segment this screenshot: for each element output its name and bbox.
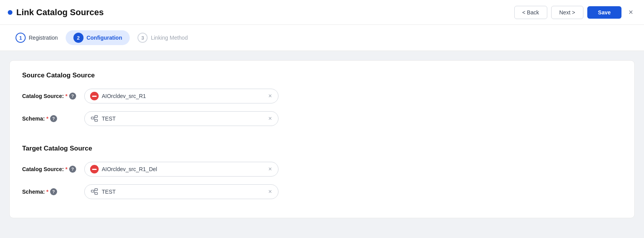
- source-schema-clear-button[interactable]: ×: [268, 115, 273, 122]
- target-schema-input[interactable]: TEST ×: [84, 184, 278, 199]
- step-configuration[interactable]: 2 Configuration: [66, 30, 130, 45]
- step-circle-3: 3: [138, 33, 148, 43]
- target-catalog-oracle-icon: [90, 165, 99, 173]
- svg-rect-0: [91, 117, 94, 119]
- source-catalog-label: Catalog Source: * ?: [22, 93, 84, 100]
- step-label-configuration: Configuration: [87, 35, 122, 41]
- target-catalog-value: AIOrcldev_src_R1_Del: [102, 166, 265, 172]
- target-schema-label: Schema: * ?: [22, 188, 84, 195]
- source-catalog-input[interactable]: AIOrcldev_src_R1 ×: [84, 89, 278, 103]
- source-catalog-row: Catalog Source: * ? AIOrcldev_src_R1 ×: [22, 89, 622, 103]
- step-registration[interactable]: 1 Registration: [8, 30, 66, 45]
- next-button[interactable]: Next >: [551, 6, 583, 19]
- svg-line-4: [94, 118, 95, 121]
- source-catalog-value: AIOrcldev_src_R1: [102, 93, 265, 99]
- source-schema-input[interactable]: TEST ×: [84, 111, 278, 126]
- target-schema-icon: [90, 187, 99, 196]
- source-catalog-clear-button[interactable]: ×: [268, 93, 273, 100]
- target-schema-help-icon[interactable]: ?: [50, 188, 57, 195]
- target-schema-clear-button[interactable]: ×: [268, 188, 273, 195]
- svg-line-9: [94, 191, 95, 194]
- source-schema-required: *: [46, 116, 48, 122]
- save-button[interactable]: Save: [587, 6, 622, 19]
- target-catalog-required: *: [65, 166, 67, 172]
- oracle-red-icon: [90, 92, 99, 100]
- main-content: Source Catalog Source Catalog Source: * …: [0, 51, 644, 238]
- form-card: Source Catalog Source Catalog Source: * …: [9, 60, 635, 218]
- oracle-red-icon-2: [90, 165, 99, 173]
- source-schema-help-icon[interactable]: ?: [50, 115, 57, 122]
- target-schema-required: *: [46, 189, 48, 195]
- svg-rect-5: [91, 190, 94, 192]
- step-linking-method: 3 Linking Method: [130, 30, 195, 45]
- source-catalog-oracle-icon: [90, 92, 99, 100]
- close-button[interactable]: ×: [625, 6, 636, 18]
- step-circle-1: 1: [16, 33, 26, 43]
- target-schema-value: TEST: [102, 189, 265, 195]
- stepper: 1 Registration 2 Configuration 3 Linking…: [0, 25, 644, 51]
- source-catalog-help-icon[interactable]: ?: [69, 93, 76, 100]
- target-catalog-row: Catalog Source: * ? AIOrcldev_src_R1_Del…: [22, 162, 622, 177]
- target-catalog-help-icon[interactable]: ?: [69, 166, 76, 173]
- target-section-title: Target Catalog Source: [22, 145, 622, 152]
- back-button[interactable]: < Back: [514, 6, 547, 19]
- target-catalog-label: Catalog Source: * ?: [22, 166, 84, 173]
- svg-rect-2: [95, 119, 97, 121]
- svg-rect-7: [95, 192, 97, 194]
- step-label-registration: Registration: [29, 35, 58, 41]
- source-section-title: Source Catalog Source: [22, 72, 622, 79]
- source-catalog-required: *: [65, 93, 67, 99]
- source-schema-value: TEST: [102, 116, 265, 122]
- source-schema-icon: [90, 114, 99, 123]
- page-title: Link Catalog Sources: [16, 7, 104, 18]
- step-circle-2: 2: [73, 33, 84, 43]
- step-label-linking-method: Linking Method: [151, 35, 188, 41]
- header-left: Link Catalog Sources: [8, 7, 104, 18]
- svg-rect-6: [95, 189, 97, 191]
- section-divider: [22, 134, 622, 145]
- target-schema-row: Schema: * ? TEST ×: [22, 184, 622, 199]
- header-actions: < Back Next > Save ×: [514, 6, 636, 19]
- header-dot-icon: [8, 10, 12, 15]
- target-catalog-input[interactable]: AIOrcldev_src_R1_Del ×: [84, 162, 278, 177]
- source-schema-label: Schema: * ?: [22, 115, 84, 122]
- page-header: Link Catalog Sources < Back Next > Save …: [0, 0, 644, 25]
- target-catalog-clear-button[interactable]: ×: [268, 166, 273, 173]
- source-schema-row: Schema: * ? TEST ×: [22, 111, 622, 126]
- svg-rect-1: [95, 116, 97, 117]
